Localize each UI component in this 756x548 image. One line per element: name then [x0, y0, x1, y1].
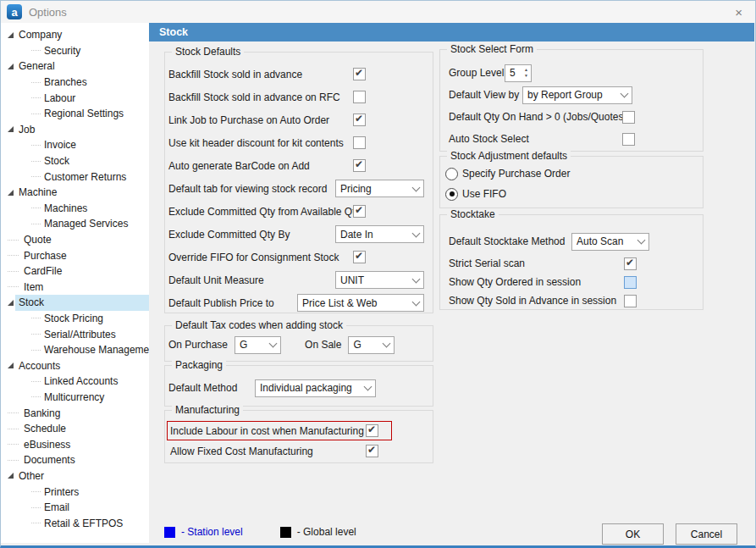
default-tab-dropdown[interactable]: Pricing [335, 180, 424, 197]
sidebar-item-labour[interactable]: Labour [1, 90, 149, 106]
checkbox-label: Backfill Stock sold in advance on RFC [168, 91, 353, 103]
sidebar-item-machines[interactable]: Machines [1, 201, 149, 217]
on-sale-tax-dropdown[interactable]: G [348, 336, 395, 354]
expanded-triangle-icon[interactable] [8, 64, 14, 69]
sidebar-item-machine[interactable]: Machine [1, 185, 149, 201]
on-purchase-label: On Purchase [168, 339, 228, 351]
override-fifo-checkbox[interactable] [353, 251, 366, 263]
sidebar-item-cardfile[interactable]: CardFile [1, 263, 149, 280]
default-view-by-dropdown[interactable]: by Report Group [522, 86, 632, 104]
group-level-stepper[interactable]: 5 ▲▼ [505, 64, 532, 82]
use-fifo-radio[interactable] [445, 188, 458, 201]
stocktake-method-dropdown[interactable]: Auto Scan [571, 233, 649, 251]
sidebar-item-item[interactable]: Item [1, 280, 149, 296]
stepper-arrows-icon[interactable]: ▲▼ [524, 68, 531, 78]
sidebar-item-label: Branches [44, 76, 87, 88]
sidebar-item-regional-settings[interactable]: Regional Settings [1, 106, 149, 122]
checkbox-label: Auto Stock Select [449, 133, 622, 145]
expanded-triangle-icon[interactable] [8, 32, 14, 38]
view-by-label: Default View by [449, 89, 522, 101]
on-sale-label: On Sale [305, 339, 341, 351]
default-qty-on-hand-checkbox[interactable] [622, 111, 635, 124]
expanded-triangle-icon[interactable] [8, 363, 14, 368]
kit-header-discount-checkbox[interactable] [353, 136, 366, 149]
packaging-method-dropdown[interactable]: Individual packaging [255, 379, 376, 397]
sidebar-item-company[interactable]: Company [1, 27, 149, 43]
ok-button[interactable]: OK [602, 523, 664, 545]
level-legend: - Station level - Global level [164, 526, 356, 538]
sidebar-item-label: eBusiness [24, 439, 70, 451]
allow-fixed-cost-checkbox[interactable] [366, 445, 378, 457]
sidebar-item-stock-pricing[interactable]: Stock Pricing [1, 311, 149, 327]
sidebar-item-label: Serial/Attributes [44, 329, 116, 340]
sidebar-item-job-stock[interactable]: Stock [1, 153, 149, 169]
expanded-triangle-icon[interactable] [8, 190, 14, 196]
sidebar-item-warehouse-management[interactable]: Warehouse Management [1, 342, 149, 358]
sidebar-item-serial-attributes[interactable]: Serial/Attributes [1, 326, 149, 342]
sidebar-item-multicurrency[interactable]: Multicurrency [1, 390, 149, 406]
sidebar-item-security[interactable]: Security [1, 43, 149, 59]
show-qty-ordered-checkbox[interactable] [624, 276, 637, 289]
sidebar-item-customer-returns[interactable]: Customer Returns [1, 169, 149, 185]
dropdown-value: G [240, 339, 267, 351]
group-stock-adjustment: Stock Adjustment defaults Specify Purcha… [439, 156, 704, 208]
sidebar-item-other[interactable]: Other [1, 468, 149, 484]
sidebar-item-purchase[interactable]: Purchase [1, 247, 149, 263]
sidebar-item-managed-services[interactable]: Managed Services [1, 216, 149, 232]
sidebar-item-retail-eftpos[interactable]: Retail & EFTPOS [1, 515, 149, 531]
exclude-committed-qty-checkbox[interactable] [353, 205, 366, 218]
settings-panel: Stock Stock Defaults Backfill Stock sold… [149, 23, 754, 543]
sidebar-item-general[interactable]: General [1, 58, 149, 75]
include-labour-cost-checkbox[interactable] [366, 424, 378, 437]
default-unit-measure-dropdown[interactable]: UNIT [335, 271, 424, 289]
sidebar-item-label: Retail & EFTPOS [44, 518, 123, 529]
global-level-swatch-icon [280, 527, 291, 538]
sidebar-item-quote[interactable]: Quote [1, 232, 149, 248]
sidebar-item-schedule[interactable]: Schedule [1, 421, 149, 437]
close-icon[interactable]: × [722, 3, 755, 21]
sidebar-item-linked-accounts[interactable]: Linked Accounts [1, 374, 149, 390]
link-job-purchase-checkbox[interactable] [353, 113, 366, 126]
exclude-committed-by-dropdown[interactable]: Date In [335, 225, 424, 243]
strict-serial-scan-checkbox[interactable] [624, 257, 637, 270]
backfill-stock-checkbox[interactable] [353, 68, 366, 80]
sidebar-item-banking[interactable]: Banking [1, 405, 149, 421]
chevron-down-icon [383, 340, 391, 348]
sidebar-item-job-invoice[interactable]: Invoice [1, 137, 149, 153]
tree-stub [8, 286, 19, 287]
expanded-triangle-icon[interactable] [8, 473, 14, 479]
sidebar-item-label: Warehouse Management [44, 344, 149, 356]
sidebar-item-accounts[interactable]: Accounts [1, 357, 149, 374]
sidebar-item-email[interactable]: Email [1, 500, 149, 516]
sidebar-item-documents[interactable]: Documents [1, 452, 149, 468]
auto-barcode-checkbox[interactable] [353, 159, 366, 172]
checkbox-label: Auto generate BarCode on Add [168, 160, 353, 172]
show-qty-sold-advance-checkbox[interactable] [624, 295, 637, 307]
cancel-button[interactable]: Cancel [676, 523, 737, 545]
sidebar-item-branches[interactable]: Branches [1, 75, 149, 91]
expanded-triangle-icon[interactable] [8, 126, 14, 132]
global-level-label: - Global level [297, 526, 356, 538]
sidebar-item-label: Purchase [24, 250, 67, 262]
sidebar-item-ebusiness[interactable]: eBusiness [1, 436, 149, 452]
dropdown-value: Auto Scan [577, 235, 635, 247]
radio-label: Use FIFO [462, 188, 506, 200]
station-level-swatch-icon [164, 527, 175, 538]
specify-purchase-order-radio[interactable] [445, 168, 458, 180]
sidebar-item-job[interactable]: Job [1, 122, 149, 138]
default-publish-price-dropdown[interactable]: Price List & Web [297, 294, 424, 312]
on-purchase-tax-dropdown[interactable]: G [235, 336, 281, 354]
auto-stock-select-checkbox[interactable] [622, 133, 635, 146]
sidebar-item-label: Company [19, 29, 62, 41]
expanded-triangle-icon[interactable] [8, 300, 14, 306]
dropdown-label: Default Unit Measure [168, 274, 264, 286]
sidebar-item-printers[interactable]: Printers [1, 484, 149, 500]
group-caption: Packaging [172, 359, 226, 371]
sidebar-item-stock[interactable]: Stock [1, 295, 149, 311]
group-stocktake: Stocktake Default Stocktake Method Auto … [439, 214, 704, 310]
sidebar-item-label: Security [44, 45, 80, 57]
dropdown-value: Date In [340, 229, 410, 241]
backfill-rfc-checkbox[interactable] [353, 91, 366, 103]
title-bar: a Options × [1, 1, 755, 23]
checkbox-label: Show Qty Sold in Advance in session [449, 295, 624, 307]
